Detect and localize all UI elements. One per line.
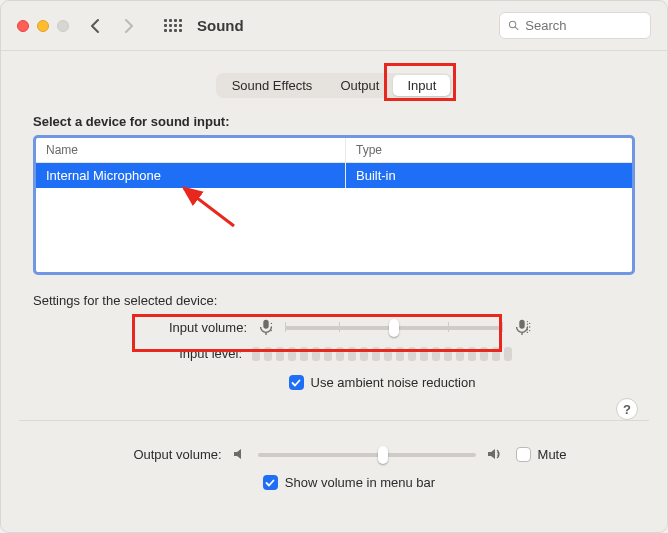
speaker-high-icon [486, 446, 502, 462]
ambient-noise-checkbox[interactable]: Use ambient noise reduction [289, 375, 476, 390]
output-volume-label: Output volume: [102, 447, 232, 462]
forward-button [115, 13, 141, 39]
back-button[interactable] [83, 13, 109, 39]
search-input[interactable] [525, 18, 642, 33]
checkbox-icon [263, 475, 278, 490]
tab-bar: Sound Effects Output Input [1, 73, 667, 98]
svg-point-15 [529, 326, 530, 327]
search-field[interactable] [499, 12, 651, 39]
svg-point-12 [527, 329, 528, 330]
checkbox-icon [289, 375, 304, 390]
mute-checkbox[interactable]: Mute [516, 447, 567, 462]
checkbox-icon [516, 447, 531, 462]
device-row-selected[interactable]: Internal Microphone Built-in [36, 163, 632, 188]
annotation-highlight-volume [132, 314, 502, 352]
svg-point-16 [529, 330, 530, 331]
annotation-highlight-tab [384, 63, 456, 101]
svg-point-13 [527, 332, 528, 333]
col-header-type: Type [346, 138, 632, 162]
svg-line-1 [515, 27, 518, 30]
page-title: Sound [197, 17, 244, 34]
mic-high-icon [513, 318, 531, 336]
device-list-header: Name Type [36, 138, 632, 163]
mute-label: Mute [538, 447, 567, 462]
svg-point-10 [527, 324, 528, 325]
window-controls [17, 20, 69, 32]
input-device-list[interactable]: Name Type Internal Microphone Built-in [33, 135, 635, 275]
svg-point-9 [527, 321, 528, 322]
svg-point-11 [527, 326, 528, 327]
close-window-button[interactable] [17, 20, 29, 32]
ambient-noise-label: Use ambient noise reduction [311, 375, 476, 390]
minimize-window-button[interactable] [37, 20, 49, 32]
svg-rect-7 [519, 320, 524, 329]
settings-heading: Settings for the selected device: [33, 293, 635, 308]
device-name: Internal Microphone [36, 163, 346, 188]
menu-bar-label: Show volume in menu bar [285, 475, 435, 490]
device-prompt: Select a device for sound input: [33, 114, 635, 129]
svg-point-14 [529, 323, 530, 324]
show-all-icon[interactable] [161, 14, 185, 38]
titlebar: Sound [1, 1, 667, 51]
menu-bar-checkbox[interactable]: Show volume in menu bar [263, 475, 435, 490]
search-icon [508, 19, 519, 32]
zoom-window-button [57, 20, 69, 32]
col-header-name: Name [36, 138, 346, 162]
help-button[interactable]: ? [616, 398, 638, 420]
sound-prefs-window: Sound Sound Effects Output Input Select … [0, 0, 668, 533]
output-volume-slider[interactable] [258, 445, 476, 463]
speaker-low-icon [232, 446, 248, 462]
tab-sound-effects[interactable]: Sound Effects [218, 75, 327, 96]
device-type: Built-in [346, 163, 632, 188]
